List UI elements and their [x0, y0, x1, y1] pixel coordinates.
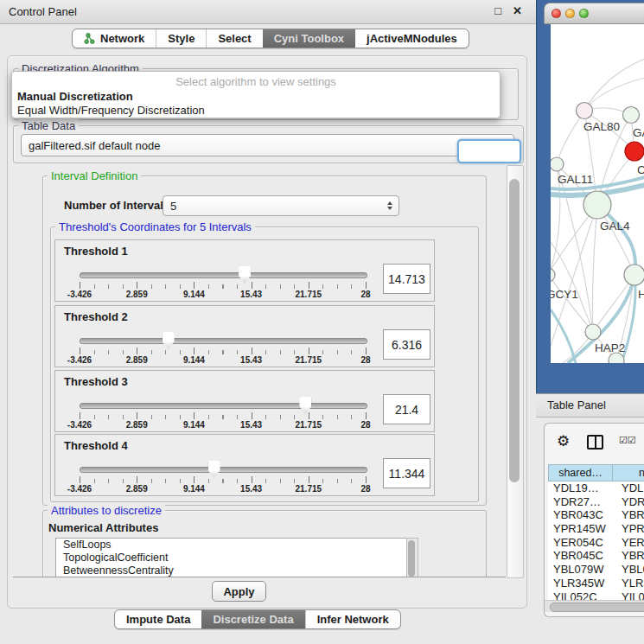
svg-text:GAL11: GAL11 — [558, 173, 593, 186]
tab-cyni-toolbox[interactable]: Cyni Toolbox — [263, 29, 355, 48]
settings-scrollbar[interactable] — [507, 165, 524, 578]
table-row[interactable]: YER054CYER0 — [548, 536, 644, 550]
svg-text:GAL80: GAL80 — [583, 120, 620, 133]
table-row[interactable]: YBR043CYBR0 — [548, 508, 644, 522]
slider-thumb[interactable] — [239, 266, 251, 284]
zoom-traffic-light-icon[interactable] — [579, 9, 589, 18]
list-item[interactable]: TopologicalCoefficient — [56, 552, 407, 564]
node-attribute-table: shared… n YDL19…YDL1 YDR27…YDR2 YBR043CY… — [548, 464, 644, 600]
network-window-titlebar[interactable] — [544, 3, 644, 24]
node-gal80[interactable] — [577, 103, 593, 119]
table-data-value: galFiltered.sif default node — [29, 139, 160, 152]
table-panel-body: ⚙ ☑☑ shared… n YDL19…YDL1 YDR27…YDR2 YBR… — [544, 423, 644, 617]
interval-definition-title: Interval Definition — [48, 169, 141, 182]
tab-infer-network[interactable]: Infer Network — [305, 610, 400, 628]
table-row[interactable]: YLR345WYLR3 — [548, 577, 644, 590]
number-of-intervals-label: Number of Intervals — [64, 199, 169, 212]
table-data-title: Table Data — [18, 119, 79, 132]
tab-jactivemnodules[interactable]: jActiveMNodules — [355, 29, 469, 48]
combo-stepper-icon — [387, 201, 392, 210]
node-hap2[interactable] — [585, 324, 601, 340]
dropdown-option-manual[interactable]: Manual Discretization — [15, 89, 497, 104]
slider-thumb[interactable] — [299, 397, 311, 414]
threshold-4-value-field[interactable]: 11.344 — [383, 458, 430, 488]
node-gal11[interactable] — [551, 157, 564, 171]
threshold-1-value-field[interactable]: 14.713 — [383, 264, 430, 294]
node-cut-top-right[interactable] — [623, 107, 640, 124]
columns-icon[interactable] — [587, 435, 603, 450]
apply-button[interactable]: Apply — [212, 581, 266, 602]
threshold-3-slider[interactable]: -3.426 2.859 9.144 15.43 21.715 28 — [80, 403, 366, 425]
table-row[interactable]: YDL19…YDL1 — [548, 481, 644, 495]
svg-text:H: H — [638, 288, 644, 301]
thresholds-group: Threshold's Coordinates for 5 Intervals … — [50, 226, 479, 502]
list-item[interactable]: BetweennessCentrality — [56, 564, 407, 577]
threshold-2-value-field[interactable]: 6.316 — [383, 329, 430, 360]
tab-select[interactable]: Select — [206, 29, 262, 48]
threshold-2-slider[interactable]: -3.426 2.859 9.144 15.43 21.715 28 — [80, 338, 366, 360]
dropdown-option-equal-width[interactable]: Equal Width/Frequency Discretization — [15, 103, 497, 118]
minimize-traffic-light-icon[interactable] — [565, 9, 575, 18]
settings-scroll-area: Interval Definition Number of Intervals … — [13, 165, 506, 577]
gear-icon[interactable]: ⚙ — [557, 432, 570, 450]
tab-network-label: Network — [100, 32, 144, 45]
number-of-intervals-value: 5 — [170, 200, 176, 213]
list-item[interactable]: SelfLoops — [56, 539, 407, 552]
thresholds-group-title: Threshold's Coordinates for 5 Intervals — [55, 220, 255, 233]
panel-title: Control Panel — [9, 5, 77, 18]
cyni-bottom-tabs: Impute Data Discretize Data Infer Networ… — [114, 609, 401, 629]
svg-text:C: C — [637, 163, 644, 176]
svg-text:GA: GA — [633, 126, 644, 139]
table-row[interactable]: YPR145WYPR1 — [548, 522, 644, 536]
slider-thumb[interactable] — [163, 332, 175, 349]
tab-network[interactable]: Network — [73, 29, 156, 48]
tab-style[interactable]: Style — [156, 29, 206, 48]
number-of-intervals-combobox[interactable]: 5 — [163, 195, 399, 216]
threshold-3-value-field[interactable]: 21.4 — [383, 394, 430, 424]
network-window-frame: GAL80 GA C GAL11 GAL4 GCY1 H HAP2 — [536, 0, 644, 393]
scrollbar-thumb[interactable] — [509, 179, 520, 482]
svg-text:GAL4: GAL4 — [600, 220, 630, 233]
threshold-3-panel: Threshold 3 -3.426 2.859 9.144 15.43 21.… — [54, 370, 435, 432]
table-toolbar: ⚙ ☑☑ — [545, 430, 644, 456]
table-horizontal-scrollbar[interactable] — [545, 600, 644, 612]
slider-thumb[interactable] — [208, 461, 220, 478]
threshold-4-slider[interactable]: -3.426 2.859 9.144 15.43 21.715 28 — [80, 467, 366, 489]
table-panel-titlebar: Table Panel — [536, 393, 644, 418]
table-data-group: Table Data galFiltered.sif default node — [13, 125, 524, 163]
table-header-row: shared… n — [548, 464, 644, 481]
control-panel-titlebar: Control Panel □ ✕ — [0, 0, 536, 24]
node-h[interactable] — [624, 265, 644, 285]
node-selected-red[interactable] — [625, 142, 644, 161]
network-canvas[interactable]: GAL80 GA C GAL11 GAL4 GCY1 H HAP2 — [551, 24, 644, 363]
tab-impute-data[interactable]: Impute Data — [115, 610, 201, 628]
float-window-icon[interactable]: □ — [494, 4, 501, 17]
list-scrollbar[interactable] — [406, 538, 418, 577]
threshold-2-panel: Threshold 2 -3.426 2.859 9.144 15.43 21.… — [54, 305, 435, 367]
close-traffic-light-icon[interactable] — [552, 9, 561, 18]
algorithm-combobox[interactable] — [457, 139, 521, 163]
column-header-name[interactable]: n — [613, 464, 644, 481]
table-row[interactable]: YIL052CYIL0 — [548, 590, 644, 601]
table-row[interactable]: YBR045CYBR0 — [548, 549, 644, 563]
dropdown-prompt: Select algorithm to view settings — [12, 75, 500, 88]
node-gcy1[interactable] — [551, 268, 555, 282]
scrollbar-thumb[interactable] — [550, 603, 644, 612]
table-row[interactable]: YBL079WYBL0 — [548, 563, 644, 577]
svg-text:GCY1: GCY1 — [551, 288, 578, 301]
select-checkboxes-icon[interactable]: ☑☑ — [619, 435, 636, 446]
interval-definition-group: Interval Definition Number of Intervals … — [42, 175, 487, 506]
svg-text:HAP2: HAP2 — [595, 341, 625, 354]
numerical-attributes-list[interactable]: SelfLoops TopologicalCoefficient Between… — [55, 538, 408, 577]
network-tab-icon — [84, 33, 95, 44]
node-gal4[interactable] — [583, 191, 611, 219]
algorithm-dropdown-popup: Select algorithm to view settings Manual… — [11, 71, 501, 118]
threshold-1-panel: Threshold 1 -3.426 2.859 9.144 15.43 21.… — [54, 239, 435, 302]
numerical-attributes-label: Numerical Attributes — [48, 521, 158, 534]
threshold-1-slider[interactable]: -3.426 2.859 9.144 15.43 21.715 28 — [80, 272, 366, 295]
close-icon[interactable]: ✕ — [513, 4, 522, 17]
column-header-shared-name[interactable]: shared… — [548, 464, 613, 481]
table-row[interactable]: YDR27…YDR2 — [548, 495, 644, 509]
table-data-combobox[interactable]: galFiltered.sif default node — [21, 134, 514, 156]
tab-discretize-data[interactable]: Discretize Data — [201, 610, 304, 628]
